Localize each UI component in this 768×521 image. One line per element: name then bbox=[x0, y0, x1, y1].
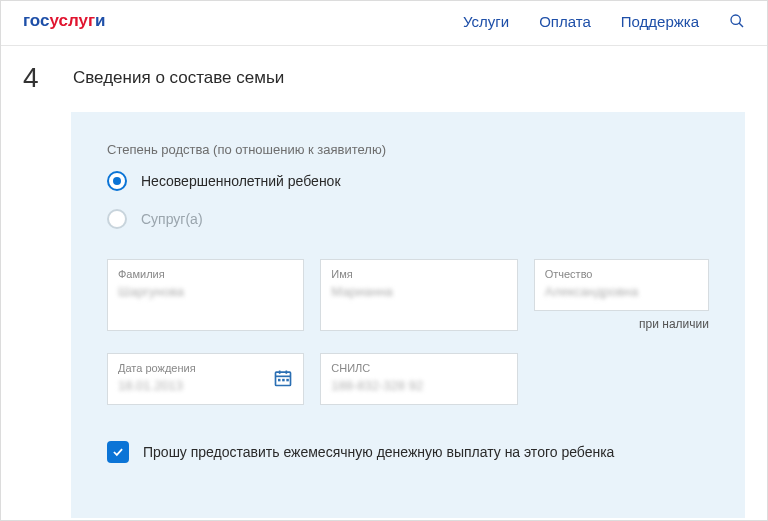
snils-field[interactable]: СНИЛС 188-832-328 92 bbox=[320, 353, 517, 405]
section-title: Сведения о составе семьи bbox=[73, 68, 284, 88]
relationship-label: Степень родства (по отношению к заявител… bbox=[107, 142, 709, 157]
app-frame: госуслуги Услуги Оплата Поддержка 4 Свед… bbox=[0, 0, 768, 521]
radio-spouse: Супруг(а) bbox=[107, 209, 709, 229]
checkbox-checked-icon[interactable] bbox=[107, 441, 129, 463]
nav-payment[interactable]: Оплата bbox=[539, 13, 591, 30]
form-panel: Степень родства (по отношению к заявител… bbox=[71, 112, 745, 518]
svg-rect-8 bbox=[287, 379, 290, 382]
radio-icon bbox=[107, 209, 127, 229]
calendar-icon[interactable] bbox=[273, 368, 293, 388]
logo-part2: услуг bbox=[49, 11, 95, 30]
logo[interactable]: госуслуги bbox=[23, 11, 106, 31]
doc-fields-row: Дата рождения 18.01.2013 СНИЛС 188-832-3… bbox=[107, 353, 709, 405]
svg-rect-7 bbox=[282, 379, 285, 382]
step-number: 4 bbox=[23, 62, 49, 94]
svg-rect-6 bbox=[278, 379, 281, 382]
spacer bbox=[534, 353, 709, 405]
firstname-value: Марианна bbox=[331, 284, 506, 300]
payment-request-label: Прошу предоставить ежемесячную денежную … bbox=[143, 444, 614, 460]
logo-part1: гос bbox=[23, 11, 49, 30]
lastname-label: Фамилия bbox=[118, 268, 293, 280]
radio-spouse-label: Супруг(а) bbox=[141, 211, 203, 227]
name-fields-row: Фамилия Шаргунова Имя Марианна Отчество … bbox=[107, 259, 709, 331]
firstname-label: Имя bbox=[331, 268, 506, 280]
birthdate-field[interactable]: Дата рождения 18.01.2013 bbox=[107, 353, 304, 405]
radio-icon bbox=[107, 171, 127, 191]
lastname-value: Шаргунова bbox=[118, 284, 293, 300]
firstname-field[interactable]: Имя Марианна bbox=[320, 259, 517, 331]
patronymic-label: Отчество bbox=[545, 268, 698, 280]
patronymic-wrap: Отчество Александровна при наличии bbox=[534, 259, 709, 331]
nav-support[interactable]: Поддержка bbox=[621, 13, 699, 30]
birthdate-label: Дата рождения bbox=[118, 362, 267, 374]
patronymic-hint: при наличии bbox=[534, 317, 709, 331]
svg-point-0 bbox=[731, 15, 740, 24]
logo-part3: и bbox=[95, 11, 105, 30]
lastname-field[interactable]: Фамилия Шаргунова bbox=[107, 259, 304, 331]
header-nav: Услуги Оплата Поддержка bbox=[463, 13, 745, 30]
nav-services[interactable]: Услуги bbox=[463, 13, 509, 30]
payment-request-row[interactable]: Прошу предоставить ежемесячную денежную … bbox=[107, 441, 709, 463]
snils-label: СНИЛС bbox=[331, 362, 506, 374]
svg-rect-2 bbox=[276, 372, 291, 385]
radio-minor-child[interactable]: Несовершеннолетний ребенок bbox=[107, 171, 709, 191]
birthdate-value: 18.01.2013 bbox=[118, 378, 267, 394]
patronymic-field[interactable]: Отчество Александровна bbox=[534, 259, 709, 311]
header: госуслуги Услуги Оплата Поддержка bbox=[1, 1, 767, 46]
svg-line-1 bbox=[739, 23, 743, 27]
patronymic-value: Александровна bbox=[545, 284, 698, 300]
radio-minor-child-label: Несовершеннолетний ребенок bbox=[141, 173, 341, 189]
snils-value: 188-832-328 92 bbox=[331, 378, 506, 394]
section-header: 4 Сведения о составе семьи bbox=[1, 46, 767, 112]
search-icon[interactable] bbox=[729, 13, 745, 29]
